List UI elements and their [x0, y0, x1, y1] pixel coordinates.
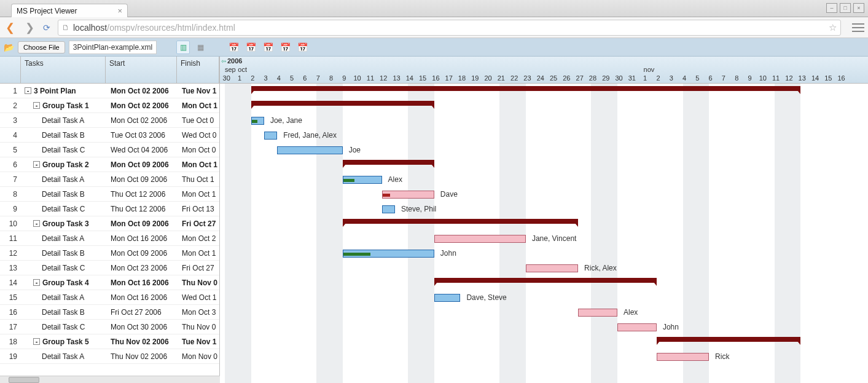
day-label: 6: [704, 74, 717, 83]
reload-icon[interactable]: ⟳: [43, 23, 50, 33]
zoom-year-icon[interactable]: 📅: [295, 41, 309, 54]
table-row[interactable]: 11Detail Task AMon Oct 16 2006Mon Oct 2: [0, 231, 219, 246]
summary-bar[interactable]: [434, 278, 657, 283]
summary-bar[interactable]: [657, 337, 800, 342]
day-label: 20: [482, 74, 495, 83]
day-label: 10: [756, 74, 769, 83]
zoom-day-icon[interactable]: 📅: [244, 41, 257, 54]
table-row[interactable]: 16Detail Task BFri Oct 27 2006Mon Oct 3: [0, 305, 219, 320]
col-finish[interactable]: Finish: [177, 57, 219, 83]
resource-label: Steve, Phil: [401, 205, 436, 213]
task-name: -Group Task 3: [21, 219, 107, 228]
choose-file-button[interactable]: Choose File: [18, 41, 65, 53]
day-label: 15: [822, 74, 835, 83]
view-table-icon[interactable]: ▦: [194, 41, 207, 54]
task-bar[interactable]: [343, 176, 382, 184]
resource-label: Fred, Jane, Alex: [283, 131, 337, 140]
summary-bar[interactable]: [343, 160, 434, 165]
task-list-pane: Tasks Start Finish 1-3 Point PlanMon Oct…: [0, 57, 220, 383]
task-id: 5: [0, 146, 21, 154]
task-bar[interactable]: [578, 309, 617, 317]
summary-bar[interactable]: [251, 86, 801, 91]
day-label: 11: [364, 74, 377, 83]
day-label: 3: [665, 74, 678, 83]
task-finish: Tue Nov 1: [178, 87, 219, 95]
expand-toggle-icon[interactable]: -: [33, 161, 40, 168]
table-row[interactable]: 17Detail Task CMon Oct 30 2006Thu Nov 0: [0, 320, 219, 334]
task-id: 3: [0, 116, 21, 125]
zoom-month-icon[interactable]: 📅: [278, 41, 292, 54]
table-row[interactable]: 13Detail Task CMon Oct 23 2006Fri Oct 27: [0, 261, 219, 275]
window-close-icon[interactable]: ×: [853, 3, 864, 13]
page-icon: 🗋: [62, 23, 69, 32]
scroll-left-icon[interactable]: ⇦: [221, 58, 226, 65]
url-bar[interactable]: 🗋 localhost/omspv/resources/html/index.h…: [58, 20, 841, 36]
hamburger-menu-icon[interactable]: [852, 23, 864, 32]
task-bar[interactable]: [382, 191, 434, 199]
view-gantt-icon[interactable]: ▥: [176, 41, 190, 54]
window-minimize-icon[interactable]: –: [826, 3, 837, 13]
table-row[interactable]: 2-Group Task 1Mon Oct 02 2006Mon Oct 1: [0, 98, 219, 113]
month-label: nov: [644, 66, 655, 73]
task-name: Detail Task A: [21, 175, 107, 184]
bookmark-star-icon[interactable]: ☆: [829, 22, 837, 33]
nav-forward-icon[interactable]: ❯: [23, 21, 36, 34]
col-tasks[interactable]: Tasks: [21, 57, 106, 83]
expand-toggle-icon[interactable]: -: [25, 87, 31, 94]
tab-close-icon[interactable]: ×: [117, 6, 122, 15]
resource-label: John: [663, 323, 679, 331]
open-folder-icon[interactable]: [4, 42, 14, 52]
table-row[interactable]: 14-Group Task 4Mon Oct 16 2006Thu Nov 0: [0, 275, 219, 290]
nav-back-icon[interactable]: ❮: [4, 21, 16, 34]
browser-titlebar: MS Project Viewer × – □ ×: [0, 0, 868, 17]
task-id: 2: [0, 101, 21, 110]
task-bar[interactable]: [657, 353, 709, 361]
summary-bar[interactable]: [251, 101, 434, 106]
table-row[interactable]: 1-3 Point PlanMon Oct 02 2006Tue Nov 1: [0, 84, 219, 98]
task-finish: Fri Oct 27: [178, 219, 219, 228]
table-row[interactable]: 18-Group Task 5Thu Nov 02 2006Tue Nov 1: [0, 334, 219, 349]
window-maximize-icon[interactable]: □: [840, 3, 851, 13]
task-bar[interactable]: [434, 235, 526, 243]
expand-toggle-icon[interactable]: -: [33, 220, 40, 227]
task-bar[interactable]: [343, 250, 434, 258]
day-label: 6: [299, 74, 311, 83]
task-bar[interactable]: [264, 132, 277, 140]
table-row[interactable]: 6-Group Task 2Mon Oct 09 2006Mon Oct 1: [0, 157, 219, 172]
resource-label: Joe: [349, 146, 361, 154]
task-bar[interactable]: [382, 205, 395, 213]
day-label: 15: [416, 74, 429, 83]
summary-bar[interactable]: [343, 219, 578, 224]
zoom-week-icon[interactable]: 📅: [261, 41, 275, 54]
task-start: Thu Oct 12 2006: [107, 190, 178, 199]
task-finish: Fri Oct 27: [178, 264, 219, 272]
expand-toggle-icon[interactable]: -: [33, 279, 40, 286]
table-row[interactable]: 7Detail Task AMon Oct 09 2006Thu Oct 1: [0, 172, 219, 187]
table-row[interactable]: 12Detail Task BMon Oct 09 2006Mon Oct 1: [0, 246, 219, 261]
expand-toggle-icon[interactable]: -: [33, 102, 40, 109]
table-row[interactable]: 19Detail Task AThu Nov 02 2006Mon Nov 0: [0, 349, 219, 364]
task-bar[interactable]: [434, 294, 461, 302]
task-finish: Tue Oct 0: [178, 116, 219, 125]
col-start[interactable]: Start: [106, 57, 177, 83]
task-bar[interactable]: [251, 117, 264, 125]
table-row[interactable]: 15Detail Task AMon Oct 16 2006Wed Oct 1: [0, 290, 219, 305]
task-name: Detail Task B: [21, 249, 107, 258]
table-row[interactable]: 8Detail Task BThu Oct 12 2006Mon Oct 1: [0, 187, 219, 202]
task-bar[interactable]: [617, 323, 657, 331]
task-list-header: Tasks Start Finish: [0, 57, 219, 84]
task-bar[interactable]: [526, 264, 578, 272]
gantt-pane: ⇦ 2006 sepoctnov 30123456789101112131415…: [220, 57, 868, 383]
zoom-fit-icon[interactable]: 📅: [227, 41, 240, 54]
table-row[interactable]: 4Detail Task BTue Oct 03 2006Wed Oct 0: [0, 128, 219, 143]
task-bar[interactable]: [277, 146, 343, 154]
table-row[interactable]: 5Detail Task CWed Oct 04 2006Mon Oct 0: [0, 143, 219, 157]
gantt-timescale: ⇦ 2006 sepoctnov 30123456789101112131415…: [220, 57, 868, 84]
expand-toggle-icon[interactable]: -: [33, 338, 40, 345]
day-label: 14: [403, 74, 416, 83]
browser-tab[interactable]: MS Project Viewer ×: [11, 4, 128, 17]
task-finish: Thu Nov 0: [178, 278, 219, 287]
table-row[interactable]: 3Detail Task AMon Oct 02 2006Tue Oct 0: [0, 113, 219, 128]
table-row[interactable]: 10-Group Task 3Mon Oct 09 2006Fri Oct 27: [0, 216, 219, 231]
table-row[interactable]: 9Detail Task CThu Oct 12 2006Fri Oct 13: [0, 202, 219, 216]
